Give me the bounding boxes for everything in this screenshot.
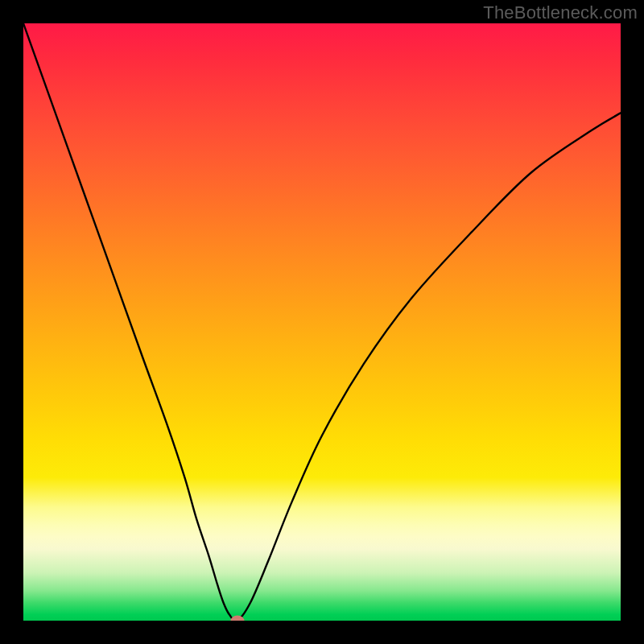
bottleneck-curve xyxy=(23,23,621,621)
optimal-point-marker xyxy=(230,616,244,621)
watermark-text: TheBottleneck.com xyxy=(483,2,638,23)
plot-area xyxy=(23,23,621,621)
chart-frame: TheBottleneck.com xyxy=(0,0,644,644)
